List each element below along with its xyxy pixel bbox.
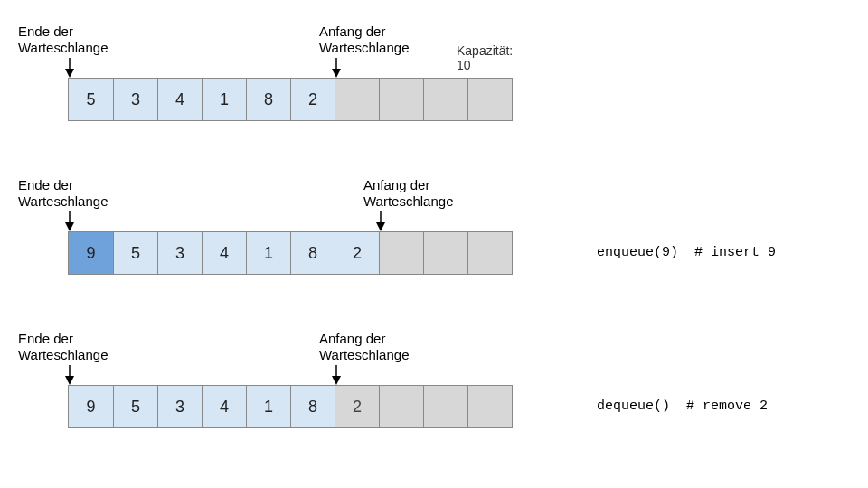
queue-cell: 8 (290, 232, 335, 274)
queue-cell (423, 386, 467, 427)
tail-arrow-icon (63, 58, 76, 78)
tail-arrow-icon (63, 365, 76, 385)
queue-cell (379, 386, 423, 427)
head-label: Anfang der Warteschlange (319, 23, 410, 56)
head-label: Anfang der Warteschlange (363, 177, 454, 210)
queue-cell: 4 (202, 386, 246, 427)
queue-cell: 8 (290, 386, 335, 427)
queue-cell: 5 (113, 232, 157, 274)
queue-cell: 2 (290, 79, 335, 120)
tail-label: Ende der Warteschlange (18, 177, 108, 210)
queue-cell: 4 (157, 79, 202, 120)
queue-cell: 3 (113, 79, 157, 120)
queue-cell (335, 79, 379, 120)
tail-arrow-icon (63, 211, 76, 231)
queue-cell: 2 (335, 386, 379, 427)
queue-cell: 1 (246, 386, 290, 427)
svg-marker-11 (332, 376, 341, 385)
queue-cell (467, 79, 512, 120)
head-arrow-icon (330, 58, 343, 78)
queue-cell: 1 (246, 232, 290, 274)
svg-marker-1 (65, 69, 74, 78)
queue-cell: 2 (335, 232, 379, 274)
queue-row: 9534182 (68, 231, 513, 275)
head-arrow-icon (330, 365, 343, 385)
svg-marker-5 (65, 222, 74, 231)
queue-cell (379, 232, 423, 274)
operation-code: enqueue(9) # insert 9 (597, 245, 776, 260)
queue-cell: 5 (69, 79, 113, 120)
queue-cell: 9 (69, 386, 113, 427)
queue-cell: 8 (246, 79, 290, 120)
operation-code: dequeue() # remove 2 (597, 399, 768, 414)
tail-label: Ende der Warteschlange (18, 23, 108, 56)
head-arrow-icon (374, 211, 387, 231)
queue-row: 534182 (68, 78, 513, 121)
queue-cell (423, 232, 467, 274)
queue-cell (423, 79, 467, 120)
queue-cell: 5 (113, 386, 157, 427)
queue-cell: 4 (202, 232, 246, 274)
queue-cell (467, 386, 512, 427)
tail-label: Ende der Warteschlange (18, 331, 108, 363)
queue-cell: 3 (157, 232, 202, 274)
queue-cell (379, 79, 423, 120)
queue-cell: 9 (69, 232, 113, 274)
svg-marker-7 (376, 222, 385, 231)
queue-cell: 1 (202, 79, 246, 120)
head-label: Anfang der Warteschlange (319, 331, 410, 363)
svg-marker-9 (65, 376, 74, 385)
capacity-label: Kapazität: 10 (457, 43, 513, 72)
svg-marker-3 (332, 69, 341, 78)
queue-row: 9534182 (68, 385, 513, 428)
queue-cell: 3 (157, 386, 202, 427)
queue-cell (467, 232, 512, 274)
